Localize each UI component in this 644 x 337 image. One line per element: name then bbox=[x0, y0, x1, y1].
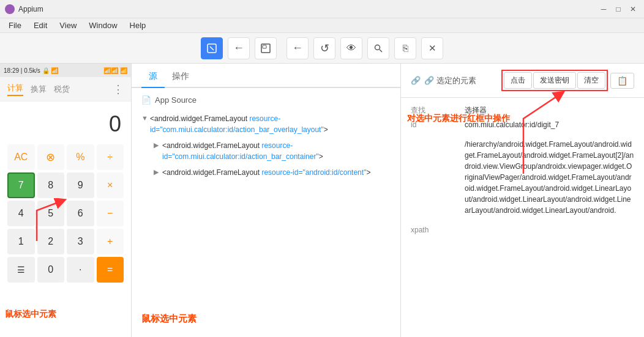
svg-point-4 bbox=[375, 45, 380, 50]
menu-bar: File Edit View Window Help bbox=[0, 18, 644, 33]
calc-display: 0 bbox=[7, 106, 124, 144]
action-buttons-container: 点击 发送密钥 清空 📋 bbox=[501, 70, 634, 91]
hierarchy-value: /hierarchy/android.widget.FrameLayout/an… bbox=[465, 139, 634, 216]
app-source-label: App Source bbox=[155, 95, 197, 105]
calc-btn-7[interactable]: 7 bbox=[7, 172, 35, 198]
tree-link-1[interactable]: resource-id="com.miui.calculator:id/acti… bbox=[150, 114, 324, 134]
calc-grid: AC ⊗ % ÷ 7 8 9 × 4 5 6 − 1 2 3 + ☰ 0 · = bbox=[7, 144, 124, 283]
close-button[interactable]: ✕ bbox=[627, 3, 639, 15]
status-right: 📶📶 📶 bbox=[103, 67, 127, 74]
menu-help[interactable]: Help bbox=[124, 20, 152, 31]
fullscreen-button[interactable] bbox=[255, 37, 277, 59]
tree-text-2: <android.widget.FrameLayout resource-id=… bbox=[162, 140, 391, 162]
tab-source[interactable]: 源 bbox=[141, 66, 165, 88]
xpath-value bbox=[465, 224, 634, 234]
calc-btn-ac[interactable]: AC bbox=[7, 144, 35, 170]
clear-button[interactable]: 清空 bbox=[577, 72, 605, 89]
tab-calc[interactable]: 计算 bbox=[7, 83, 23, 96]
close-session-button[interactable]: ✕ bbox=[421, 37, 443, 59]
selected-element-title: 🔗 🔗 选定的元素 bbox=[411, 75, 476, 86]
window-controls: ─ □ ✕ bbox=[597, 3, 639, 15]
calc-btn-del[interactable]: ⊗ bbox=[37, 144, 65, 170]
calc-btn-9[interactable]: 9 bbox=[67, 172, 94, 198]
calc-btn-dot[interactable]: · bbox=[67, 257, 94, 283]
tree-link-2[interactable]: resource-id="com.miui.calculator:id/acti… bbox=[162, 141, 319, 161]
eye-button[interactable]: 👁 bbox=[340, 37, 362, 59]
search-icon bbox=[373, 43, 383, 53]
device-screen: 0 AC ⊗ % ÷ 7 8 9 × 4 5 6 − 1 2 3 + ☰ 0 · bbox=[0, 102, 131, 287]
app-title: Appium bbox=[18, 5, 597, 13]
annotation-mouse-select: 鼠标选中元素 bbox=[5, 309, 56, 320]
calc-btn-menu[interactable]: ☰ bbox=[7, 257, 35, 283]
calc-btn-6[interactable]: 6 bbox=[67, 201, 94, 226]
calc-btn-2[interactable]: 2 bbox=[37, 229, 65, 254]
toolbar: ← ← ↺ 👁 ⎘ ✕ bbox=[0, 33, 644, 64]
refresh-button[interactable]: ↺ bbox=[313, 37, 335, 59]
calc-btn-3[interactable]: 3 bbox=[67, 229, 94, 254]
tree-text-3: <android.widget.FrameLayout resource-id=… bbox=[162, 167, 370, 178]
calc-btn-mul[interactable]: × bbox=[97, 172, 124, 198]
device-app-bar: 计算 换算 税货 ⋮ bbox=[0, 77, 131, 102]
prop-hierarchy: /hierarchy/android.widget.FrameLayout/an… bbox=[411, 139, 634, 216]
calc-btn-4[interactable]: 4 bbox=[7, 201, 35, 226]
tree-link-3[interactable]: resource-id="android:id/content" bbox=[261, 168, 366, 177]
calc-btn-div[interactable]: ÷ bbox=[97, 144, 124, 170]
device-status-bar: 18:29 | 0.5k/s 🔒 📶 📶📶 📶 bbox=[0, 64, 131, 77]
tree-row-3: ▶ <android.widget.FrameLayout resource-i… bbox=[154, 167, 391, 178]
device-menu-icon[interactable]: ⋮ bbox=[113, 83, 124, 96]
click-button[interactable]: 点击 bbox=[504, 72, 532, 89]
fullscreen-icon bbox=[260, 43, 271, 54]
menu-file[interactable]: File bbox=[2, 20, 28, 31]
navigate-back-button[interactable]: ← bbox=[286, 37, 309, 59]
middle-panel: 源 操作 📄 App Source ▼ <android.widget.Fram… bbox=[132, 64, 401, 337]
pointer-icon bbox=[206, 43, 217, 54]
app-source-title: 📄 App Source bbox=[141, 95, 391, 105]
pointer-tool-button[interactable] bbox=[201, 37, 223, 59]
tree-item-1: ▼ <android.widget.FrameLayout resource-i… bbox=[141, 113, 391, 135]
doc-icon: 📄 bbox=[141, 95, 151, 105]
tree-text-1: <android.widget.FrameLayout resource-id=… bbox=[150, 113, 391, 135]
tree-toggle-3[interactable]: ▶ bbox=[154, 168, 160, 176]
menu-window[interactable]: Window bbox=[83, 20, 123, 31]
maximize-button[interactable]: □ bbox=[612, 3, 624, 15]
svg-rect-3 bbox=[263, 45, 266, 48]
clipboard-button[interactable]: 📋 bbox=[610, 73, 634, 89]
tab-convert[interactable]: 换算 bbox=[31, 84, 47, 95]
minimize-button[interactable]: ─ bbox=[597, 3, 610, 15]
calc-btn-5[interactable]: 5 bbox=[37, 201, 65, 226]
right-panel-body: 查找 选择器 id com.miui.calculator:id/digit_7… bbox=[401, 98, 644, 337]
calc-btn-1[interactable]: 1 bbox=[7, 229, 35, 254]
svg-line-1 bbox=[210, 46, 214, 50]
calc-btn-percent[interactable]: % bbox=[67, 144, 94, 170]
send-keys-button[interactable]: 发送密钥 bbox=[533, 72, 576, 89]
copy-button[interactable]: ⎘ bbox=[394, 37, 416, 59]
calc-btn-sub[interactable]: − bbox=[97, 201, 124, 226]
calc-btn-add[interactable]: + bbox=[97, 229, 124, 254]
calc-btn-8[interactable]: 8 bbox=[37, 172, 65, 198]
title-bar: Appium ─ □ ✕ bbox=[0, 0, 644, 18]
tab-actions[interactable]: 操作 bbox=[165, 66, 197, 88]
calc-btn-eq[interactable]: = bbox=[97, 257, 124, 283]
source-panel-body: 📄 App Source ▼ <android.widget.FrameLayo… bbox=[132, 88, 400, 337]
right-panel-header: 🔗 🔗 选定的元素 点击 发送密钥 清空 📋 bbox=[401, 64, 644, 98]
svg-line-5 bbox=[380, 50, 382, 52]
device-panel: 18:29 | 0.5k/s 🔒 📶 📶📶 📶 计算 换算 税货 ⋮ 0 AC … bbox=[0, 64, 132, 337]
selected-element-label: 🔗 选定的元素 bbox=[424, 75, 476, 86]
back-button[interactable]: ← bbox=[228, 37, 250, 59]
right-panel: 🔗 🔗 选定的元素 点击 发送密钥 清空 📋 查找 选择器 id bbox=[401, 64, 644, 337]
app-icon bbox=[5, 4, 15, 14]
main-content: 18:29 | 0.5k/s 🔒 📶 📶📶 📶 计算 换算 税货 ⋮ 0 AC … bbox=[0, 64, 644, 337]
search-button[interactable] bbox=[367, 37, 389, 59]
link-icon: 🔗 bbox=[411, 76, 421, 85]
tree-item-2: ▶ <android.widget.FrameLayout resource-i… bbox=[154, 140, 391, 162]
tree-toggle-2[interactable]: ▶ bbox=[154, 141, 160, 149]
menu-edit[interactable]: Edit bbox=[28, 20, 53, 31]
hierarchy-label bbox=[411, 139, 460, 216]
calc-btn-0[interactable]: 0 bbox=[37, 257, 65, 283]
tabs-row: 源 操作 bbox=[132, 64, 400, 88]
tab-tax[interactable]: 税货 bbox=[54, 84, 70, 95]
tree-row-2: ▶ <android.widget.FrameLayout resource-i… bbox=[154, 140, 391, 162]
tree-toggle-1[interactable]: ▼ bbox=[141, 114, 148, 122]
menu-view[interactable]: View bbox=[53, 20, 83, 31]
annotation-bottom: 鼠标选中元素 bbox=[141, 313, 197, 325]
